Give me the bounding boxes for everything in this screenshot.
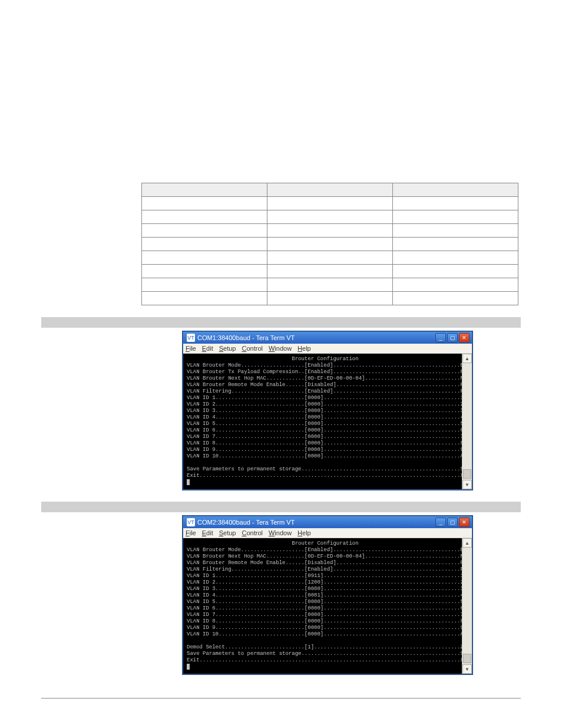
- table-cell: [267, 210, 393, 224]
- menu-item[interactable]: Edit: [202, 529, 213, 536]
- app-icon: VT: [187, 518, 195, 526]
- table-cell: [393, 251, 518, 265]
- table-cell: [393, 265, 518, 278]
- table-cell: [393, 278, 518, 292]
- scroll-up-icon[interactable]: ▲: [462, 538, 472, 548]
- minimize-button[interactable]: _: [435, 518, 446, 527]
- table-cell: [142, 292, 267, 305]
- section-bar: [41, 502, 521, 512]
- page-footer: [41, 698, 521, 701]
- table-cell: [393, 292, 518, 305]
- table-row: [142, 292, 518, 305]
- scrollbar[interactable]: ▲ ▼: [462, 538, 472, 674]
- menu-item[interactable]: Setup: [219, 345, 236, 352]
- table-row: [142, 278, 518, 292]
- window-title: COM2:38400baud - Tera Term VT: [197, 519, 295, 526]
- table-cell: [267, 265, 393, 278]
- table-header: [142, 183, 267, 197]
- table-cell: [142, 197, 267, 210]
- menu-item[interactable]: File: [186, 345, 196, 352]
- table-cell: [142, 265, 267, 278]
- menu-item[interactable]: Help: [297, 529, 311, 536]
- table-header-row: [142, 183, 518, 197]
- menu-item[interactable]: Setup: [219, 529, 236, 536]
- table-cell: [393, 238, 518, 251]
- table-cell: [393, 210, 518, 224]
- scroll-down-icon[interactable]: ▼: [462, 480, 472, 489]
- table-cell: [267, 224, 393, 238]
- minimize-button[interactable]: _: [435, 333, 446, 342]
- table-cell: [142, 251, 267, 265]
- menu-item[interactable]: Control: [242, 345, 262, 352]
- table-cell: [267, 278, 393, 292]
- table-cell: [142, 278, 267, 292]
- menu-item[interactable]: Help: [297, 345, 311, 352]
- section-bar: [41, 317, 521, 328]
- window-titlebar[interactable]: VT COM1:38400baud - Tera Term VT _ ▢ ✕: [183, 332, 472, 344]
- table-row: [142, 210, 518, 224]
- table-row: [142, 251, 518, 265]
- table-cell: [393, 224, 518, 238]
- scroll-up-icon[interactable]: ▲: [462, 354, 472, 363]
- table-row: [142, 197, 518, 210]
- menu-bar: FileEditSetupControlWindowHelp: [183, 528, 472, 538]
- table-header: [267, 183, 393, 197]
- scroll-thumb[interactable]: [463, 469, 471, 479]
- table-cell: [142, 224, 267, 238]
- table-header: [393, 183, 518, 197]
- table-cell: [267, 197, 393, 210]
- terminal-window-2: VT COM2:38400baud - Tera Term VT _ ▢ ✕ F…: [183, 516, 472, 674]
- table-cell: [142, 210, 267, 224]
- table-row: [142, 238, 518, 251]
- table-cell: [267, 251, 393, 265]
- menu-item[interactable]: File: [186, 529, 196, 536]
- menu-bar: FileEditSetupControlWindowHelp: [183, 344, 472, 354]
- maximize-button[interactable]: ▢: [447, 518, 458, 527]
- window-title: COM1:38400baud - Tera Term VT: [197, 334, 295, 341]
- menu-item[interactable]: Edit: [202, 345, 213, 352]
- maximize-button[interactable]: ▢: [447, 333, 458, 342]
- table-cell: [267, 238, 393, 251]
- table-row: [142, 224, 518, 238]
- table-cell: [267, 292, 393, 305]
- scroll-down-icon[interactable]: ▼: [462, 664, 472, 674]
- terminal-body[interactable]: Brouter Configuration VLAN Brouter Mode.…: [183, 354, 462, 489]
- cursor-icon: [187, 479, 190, 485]
- menu-item[interactable]: Window: [269, 345, 292, 352]
- app-icon: VT: [187, 334, 195, 342]
- table-row: [142, 265, 518, 278]
- terminal-window-1: VT COM1:38400baud - Tera Term VT _ ▢ ✕ F…: [183, 331, 472, 490]
- close-button[interactable]: ✕: [459, 333, 470, 342]
- terminal-body[interactable]: Brouter Configuration VLAN Brouter Mode.…: [183, 538, 462, 674]
- config-table: [141, 183, 518, 305]
- menu-item[interactable]: Control: [242, 529, 262, 536]
- table-cell: [142, 238, 267, 251]
- scroll-thumb[interactable]: [463, 654, 471, 663]
- window-titlebar[interactable]: VT COM2:38400baud - Tera Term VT _ ▢ ✕: [183, 516, 472, 528]
- table-cell: [393, 197, 518, 210]
- close-button[interactable]: ✕: [459, 518, 470, 527]
- scrollbar[interactable]: ▲ ▼: [462, 354, 472, 489]
- cursor-icon: [187, 664, 190, 670]
- menu-item[interactable]: Window: [269, 529, 292, 536]
